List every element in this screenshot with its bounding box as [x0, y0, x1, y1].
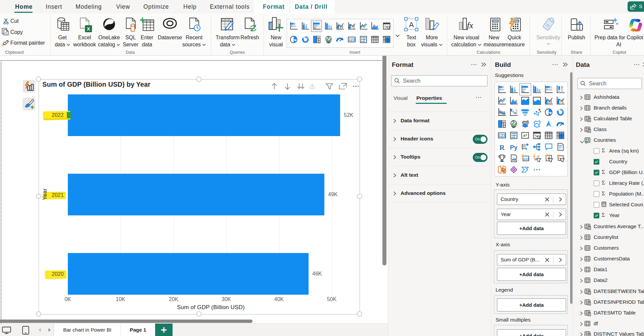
svg-text:Py: Py	[510, 144, 518, 151]
svg-text:fx: fx	[467, 20, 473, 30]
svg-text:A: A	[409, 20, 414, 29]
svg-text:R: R	[499, 143, 505, 151]
svg-text:123: 123	[349, 38, 355, 42]
svg-text:X: X	[87, 26, 90, 32]
svg-text:123: 123	[499, 133, 505, 138]
svg-text:123: 123	[523, 157, 529, 161]
